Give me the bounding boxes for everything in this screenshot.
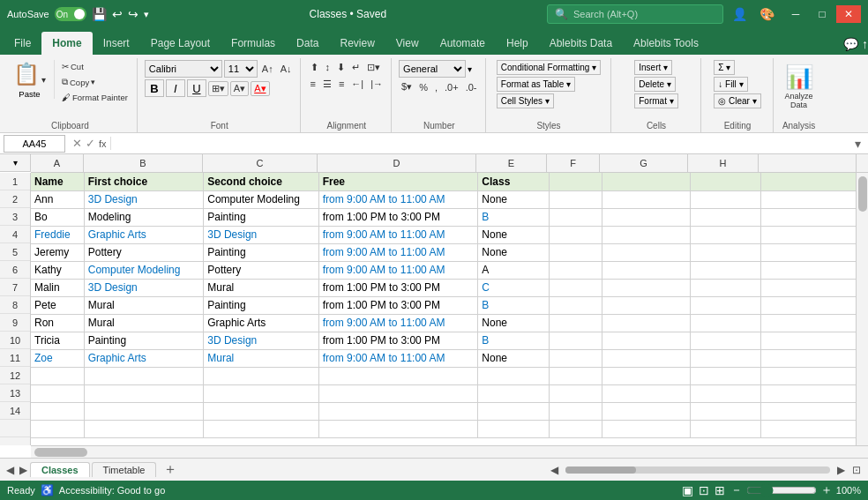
tab-formulas[interactable]: Formulas [221,32,286,55]
cell-g10[interactable] [602,332,690,349]
cell-a2[interactable]: Ann [31,190,84,208]
cell-a1[interactable]: Name [31,173,84,190]
scrollbar-thumb-h[interactable] [34,448,87,457]
cell-d15[interactable] [318,420,478,437]
cell-e10[interactable]: B [478,332,549,349]
cell-e2[interactable]: None [478,190,549,208]
tab-home[interactable]: Home [41,32,92,55]
cell-h5[interactable] [691,243,761,261]
cell-g13[interactable] [602,384,690,402]
cell-c4[interactable]: 3D Design [204,226,318,243]
row-header-13[interactable]: 13 [0,384,30,402]
paste-dropdown-icon[interactable]: ▾ [41,75,46,85]
col-header-h[interactable]: H [688,154,759,172]
cell-h6[interactable] [691,261,761,279]
cell-d11[interactable]: from 9:00 AM to 11:00 AM [318,349,478,367]
tab-review[interactable]: Review [329,32,385,55]
cell-g11[interactable] [602,349,690,367]
col-header-g[interactable]: G [600,154,688,172]
cell-c12[interactable] [204,367,318,384]
cell-b7[interactable]: 3D Design [84,279,204,296]
cell-d14[interactable] [318,402,478,420]
cell-g9[interactable] [602,314,690,332]
cell-g4[interactable] [602,226,690,243]
row-header-2[interactable]: 2 [0,190,30,208]
cell-e1[interactable]: Class [478,173,549,190]
cell-c15[interactable] [204,420,318,437]
cell-c6[interactable]: Pottery [204,261,318,279]
cell-d9[interactable]: from 9:00 AM to 11:00 AM [318,314,478,332]
redo-icon[interactable]: ↪ [128,7,138,21]
insert-button[interactable]: Insert ▾ [634,60,672,75]
tab-file[interactable]: File [4,32,41,55]
tab-page-layout[interactable]: Page Layout [140,32,221,55]
number-format-select[interactable]: General [399,60,466,78]
horizontal-scrollbar[interactable] [31,445,868,458]
cell-d2[interactable]: from 9:00 AM to 11:00 AM [318,190,478,208]
delete-button[interactable]: Delete ▾ [634,77,676,92]
cell-h13[interactable] [691,384,761,402]
copy-button[interactable]: ⧉ Copy ▾ [58,75,99,89]
cell-g12[interactable] [602,367,690,384]
save-icon[interactable]: 💾 [92,7,107,21]
align-bottom-icon[interactable]: ⬇ [334,60,348,75]
cell-c10[interactable]: 3D Design [204,332,318,349]
row-header-15[interactable] [0,420,30,437]
cell-h7[interactable] [691,279,761,296]
cell-h2[interactable] [691,190,761,208]
cut-button[interactable]: ✂ Cut [58,60,87,73]
cell-h3[interactable] [691,208,761,226]
col-header-a[interactable]: A [31,154,84,172]
col-header-f[interactable]: F [547,154,600,172]
cell-h12[interactable] [691,367,761,384]
cell-g7[interactable] [602,279,690,296]
cell-c13[interactable] [204,384,318,402]
format-painter-button[interactable]: 🖌 Format Painter [58,91,131,104]
col-header-d[interactable]: D [318,154,476,172]
cancel-formula-icon[interactable]: ✕ [72,137,82,150]
paste-button[interactable]: 📋 ▾ [9,60,50,88]
cell-b10[interactable]: Painting [84,332,204,349]
cell-c1[interactable]: Second choice [204,173,318,190]
cell-b4[interactable]: Graphic Arts [84,226,204,243]
cell-h14[interactable] [691,402,761,420]
cell-a12[interactable] [31,367,84,384]
conditional-formatting-button[interactable]: Conditional Formatting ▾ [497,60,601,75]
cell-d5[interactable]: from 9:00 AM to 11:00 AM [318,243,478,261]
font-name-select[interactable]: Calibri [145,60,222,78]
cell-c3[interactable]: Painting [204,208,318,226]
italic-button[interactable]: I [166,79,185,97]
cell-f8[interactable] [549,296,602,314]
align-center-icon[interactable]: ☰ [320,77,334,92]
col-header-b[interactable]: B [84,154,203,172]
search-box[interactable]: 🔍 [547,4,723,24]
tab-view[interactable]: View [385,32,430,55]
cell-e12[interactable] [478,367,549,384]
autosum-button[interactable]: Σ ▾ [714,60,735,75]
cell-g3[interactable] [602,208,690,226]
align-left-icon[interactable]: ≡ [308,77,318,92]
cell-b8[interactable]: Mural [84,296,204,314]
copy-dropdown[interactable]: ▾ [91,78,95,86]
cell-g2[interactable] [602,190,690,208]
cell-g6[interactable] [602,261,690,279]
cell-c7[interactable]: Mural [204,279,318,296]
cell-b12[interactable] [84,367,204,384]
tab-data[interactable]: Data [286,32,329,55]
cell-extra1[interactable] [761,173,868,190]
cell-c11[interactable]: Mural [204,349,318,367]
page-layout-view-button[interactable]: ⊡ [699,483,709,497]
zoom-out-button[interactable]: － [730,482,743,498]
cell-f14[interactable] [549,402,602,420]
ribbon-icon[interactable]: 🎨 [756,5,778,23]
row-header-7[interactable]: 7 [0,279,30,296]
add-sheet-button[interactable]: ＋ [158,460,183,479]
cell-c5[interactable]: Painting [204,243,318,261]
col-header-e[interactable]: E [476,154,547,172]
decrease-decimal-icon[interactable]: .0- [463,80,480,94]
cell-f5[interactable] [549,243,602,261]
cell-a13[interactable] [31,384,84,402]
format-button[interactable]: Format ▾ [634,93,677,108]
cell-b14[interactable] [84,402,204,420]
row-header-6[interactable]: 6 [0,261,30,279]
